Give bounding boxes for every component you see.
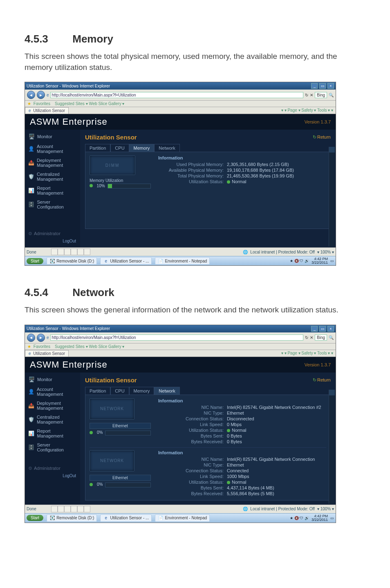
stop-icon[interactable]: ✕ — [310, 335, 313, 340]
status-zone: Local intranet | Protected Mode: Off — [250, 250, 315, 254]
taskbar-item[interactable]: 💽Removable Disk (D:) — [47, 257, 97, 265]
info-row: Connection Status:Connected — [158, 468, 326, 473]
scroll-up-icon[interactable] — [329, 147, 335, 153]
window-controls[interactable]: _ ▭ × — [311, 326, 334, 332]
taskbar-item[interactable]: eUtilization Sensor - ... — [100, 514, 152, 522]
info-row: Link Speed:0 Mbps — [158, 422, 326, 427]
tab-cpu[interactable]: CPU — [110, 387, 129, 395]
favorites-label[interactable]: Favorites — [34, 344, 50, 349]
notepad-icon: 📄 — [158, 258, 164, 264]
sidebar-item-report[interactable]: 📊Report Management — [25, 426, 80, 440]
tab-partition[interactable]: Partition — [85, 387, 110, 395]
sidebar-item-deployment[interactable]: 📤Deployment Management — [25, 399, 80, 413]
search-box[interactable]: Bing — [315, 92, 327, 98]
show-desktop-icon[interactable]: ▭ — [330, 516, 334, 520]
info-row: Bytes Received:0 Bytes — [158, 439, 326, 444]
sidebar-item-label: Account Management — [37, 144, 77, 154]
address-bar[interactable]: http://localhost/environ/Main.aspx?f=Uti… — [50, 334, 303, 341]
network-card-image: NETWORK — [90, 450, 134, 471]
taskbar-item[interactable]: eUtilization Sensor - ... — [100, 257, 152, 265]
scrollbar[interactable] — [329, 147, 335, 247]
favorites-label[interactable]: Favorites — [34, 101, 50, 106]
sidebar-item-server[interactable]: 🗄️Server Configuration — [25, 440, 80, 454]
tab-network[interactable]: Network — [154, 387, 179, 395]
taskbar-item[interactable]: 📄Environment - Notepad — [155, 257, 210, 265]
sidebar-item-centralized[interactable]: 🛡️Centralized Management — [25, 413, 80, 426]
taskbar-item[interactable]: 💽Removable Disk (D:) — [47, 514, 97, 522]
globe-icon: 🌐 — [243, 507, 248, 511]
app-version: Version 1.3.7 — [305, 119, 331, 124]
back-button[interactable]: ◄ — [27, 91, 35, 99]
favorites-icon[interactable]: ★ — [27, 101, 31, 106]
return-link[interactable]: ↻Return — [313, 135, 331, 140]
screenshot-network: Utilization Sensor - Windows Internet Ex… — [25, 325, 336, 523]
status-dot-icon — [90, 483, 93, 486]
page-icon: e — [47, 335, 49, 340]
return-link[interactable]: ↻Return — [313, 377, 331, 383]
sidebar-item-server[interactable]: 🗄️Server Configuration — [25, 197, 80, 211]
suggested-sites[interactable]: Suggested Sites ▾ Web Slice Gallery ▾ — [55, 344, 124, 349]
window-title: Utilization Sensor - Windows Internet Ex… — [27, 326, 110, 331]
tab-partition[interactable]: Partition — [85, 144, 110, 152]
tab-memory[interactable]: Memory — [129, 387, 155, 395]
report-icon: 📊 — [28, 430, 35, 437]
window-controls[interactable]: _ ▭ × — [311, 83, 334, 89]
sidebar-item-label: Deployment Management — [37, 158, 77, 168]
zoom-dropdown[interactable]: ▾ 100% ▾ — [317, 507, 334, 511]
back-button[interactable]: ◄ — [27, 334, 35, 342]
logout-link[interactable]: LogOut — [25, 238, 80, 246]
command-bar[interactable]: ▾ ▾ Page ▾ Safety ▾ Tools ▾ ▾ — [279, 107, 336, 114]
zoom-dropdown[interactable]: ▾ 100% ▾ — [317, 250, 334, 254]
sidebar-item-monitor[interactable]: 🖥️Monitor — [25, 131, 80, 142]
refresh-icon[interactable]: ↻ — [305, 93, 308, 97]
page-title: Utilization Sensor — [85, 134, 137, 141]
sidebar-item-account[interactable]: 👤Account Management — [25, 142, 80, 156]
utilization-gauge — [105, 483, 151, 487]
scroll-up-icon[interactable] — [329, 390, 335, 395]
show-desktop-icon[interactable]: ▭ — [330, 259, 334, 263]
sidebar-item-centralized[interactable]: 🛡️Centralized Management — [25, 170, 80, 184]
sidebar-administrator: ⚙Administrator — [25, 462, 80, 473]
suggested-sites[interactable]: Suggested Sites ▾ Web Slice Gallery ▾ — [55, 101, 124, 106]
stop-icon[interactable]: ✕ — [310, 93, 313, 97]
status-bar: Done 🌐 Local intranet | Protected Mode: … — [25, 505, 336, 513]
section-number: 4.5.4 — [25, 286, 69, 299]
favorites-icon[interactable]: ★ — [27, 344, 31, 349]
info-row: NIC Name:Intel(R) 82574L Gigabit Network… — [158, 405, 326, 410]
start-button[interactable]: Start — [27, 515, 43, 521]
sidebar-item-deployment[interactable]: 📤Deployment Management — [25, 156, 80, 170]
sidebar-item-account[interactable]: 👤Account Management — [25, 385, 80, 399]
taskbar-item[interactable]: 📄Environment - Notepad — [155, 514, 210, 522]
document-tab[interactable]: e Utilization Sensor — [25, 107, 69, 114]
forward-button[interactable]: ► — [37, 334, 45, 342]
refresh-icon[interactable]: ↻ — [305, 335, 308, 340]
search-icon[interactable]: 🔍 — [329, 335, 334, 340]
ie-icon: e — [103, 515, 109, 521]
forward-button[interactable]: ► — [37, 91, 45, 99]
minimize-icon[interactable]: _ — [311, 83, 318, 89]
status-dot-icon — [90, 184, 93, 187]
app-header: ASWM Enterprise Version 1.3.7 — [25, 114, 336, 130]
sidebar-item-label: Server Configuration — [37, 200, 77, 209]
maximize-icon[interactable]: ▭ — [319, 326, 326, 332]
close-icon[interactable]: × — [327, 83, 334, 89]
close-icon[interactable]: × — [327, 326, 334, 332]
maximize-icon[interactable]: ▭ — [319, 83, 326, 89]
sidebar-item-monitor[interactable]: 🖥️Monitor — [25, 374, 80, 385]
tab-memory[interactable]: Memory — [129, 144, 155, 152]
system-tray[interactable]: ★ 🔇 🛡 🔊 4:42 PM3/22/2011 ▭ — [290, 514, 334, 522]
start-button[interactable]: Start — [27, 258, 43, 264]
tab-label: Utilization Sensor — [33, 351, 65, 356]
minimize-icon[interactable]: _ — [311, 326, 318, 332]
logout-link[interactable]: LogOut — [25, 473, 80, 480]
document-tab[interactable]: e Utilization Sensor — [25, 350, 69, 357]
command-bar[interactable]: ▾ ▾ Page ▾ Safety ▾ Tools ▾ ▾ — [279, 350, 336, 357]
system-tray[interactable]: ★ 🔇 🛡 🔊 4:42 PM3/22/2011 ▭ — [290, 257, 334, 265]
search-icon[interactable]: 🔍 — [329, 93, 334, 97]
search-box[interactable]: Bing — [315, 334, 327, 341]
sidebar-item-report[interactable]: 📊Report Management — [25, 184, 80, 197]
tab-cpu[interactable]: CPU — [110, 144, 129, 152]
scrollbar[interactable] — [329, 390, 335, 504]
tab-network[interactable]: Network — [154, 144, 179, 152]
address-bar[interactable]: http://localhost/environ/Main.aspx?f=Uti… — [50, 92, 303, 98]
